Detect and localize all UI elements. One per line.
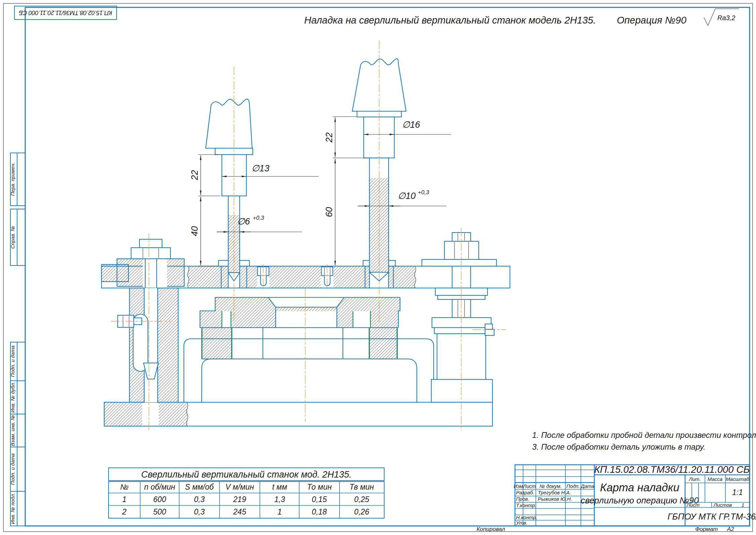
stamp-doc-number: КП.15.02.08.ТМ36/11.20.11.000 СБ xyxy=(19,9,112,16)
margin-label: Подп. и дата xyxy=(10,453,15,485)
svg-text:0,25: 0,25 xyxy=(354,495,369,504)
params-table-title: Сверлильный вертикальный станок мод. 2Н1… xyxy=(141,469,352,480)
tb-col-data: Дата xyxy=(580,483,594,489)
tb-masshtab: Масштаб xyxy=(726,476,750,482)
left-clamp-assembly xyxy=(117,239,184,402)
assembly-drawing xyxy=(102,40,510,431)
col-header: n об/мин xyxy=(144,483,175,491)
col-header: t мм xyxy=(272,483,287,491)
corner-stamp: КП.15.02.08.ТМ36/11.20.11.000 СБ xyxy=(14,6,117,19)
tb-lit: Лит. xyxy=(688,476,701,482)
drawing-header: Наладка на сверлильный вертикальный стан… xyxy=(304,9,739,26)
col-header: № xyxy=(120,483,129,491)
tb-row-nkontr: Н.контр. xyxy=(516,515,538,520)
tb-row-razrab: Разраб. xyxy=(516,490,534,495)
margin-label: Справ. № xyxy=(10,226,15,249)
tb-listov: Листов xyxy=(713,502,732,508)
cutting-params-table: Сверлильный вертикальный станок мод. 2Н1… xyxy=(109,468,384,518)
margin-column: Перв. примен. Справ. № Подп. и дата Инв.… xyxy=(10,153,25,526)
svg-text:1,3: 1,3 xyxy=(274,495,285,504)
dim-left-shank-dia: ∅13 xyxy=(251,163,270,173)
title-block: Изм. Лист № докум. Подп. Дата Разраб. Тр… xyxy=(514,464,756,526)
table-row: 2 500 0,3 245 1 0,18 0,26 xyxy=(122,507,369,516)
tb-doc-title-2: сверлильную операцию №90 xyxy=(581,495,699,505)
dim-right-shank-dia: ∅16 xyxy=(402,120,421,130)
left-drill-tool xyxy=(206,99,253,281)
col-header: То мин xyxy=(307,483,332,491)
tb-row-tkontr: Т.контр. xyxy=(516,502,536,508)
footer-format-value: А2 xyxy=(727,526,734,532)
dim-right-drill-len: 60 xyxy=(324,207,334,217)
tb-col-podp: Подп. xyxy=(566,483,580,489)
tb-name-razrab: Трегубов Н.А. xyxy=(538,490,571,495)
workpiece xyxy=(200,297,400,359)
drawing-sheet: Перв. примен. Справ. № Подп. и дата Инв.… xyxy=(0,0,756,535)
svg-text:0,18: 0,18 xyxy=(312,507,327,516)
svg-text:2: 2 xyxy=(122,507,127,516)
tb-doc-number: КП.15.02.08.ТМ36/11.20.11.000 СБ xyxy=(594,464,750,475)
tb-col-list: Лист xyxy=(523,483,536,489)
svg-text:219: 219 xyxy=(233,495,246,504)
dim-left-drill-tol: +0,3 xyxy=(253,215,264,221)
note-line: 1. После обработки пробной детали произв… xyxy=(532,430,756,440)
svg-text:600: 600 xyxy=(153,495,166,504)
dim-right-drill-tol: +0,3 xyxy=(418,189,429,196)
note-line: 3. После обработки деталь уложить в тару… xyxy=(532,442,706,451)
table-row: 1 600 0,3 219 1,3 0,15 0,25 xyxy=(122,495,369,504)
svg-text:0,15: 0,15 xyxy=(312,495,327,504)
tb-col-doc: № докум. xyxy=(540,483,562,489)
col-header: S мм/об xyxy=(185,483,214,491)
dim-left-drill-len: 40 xyxy=(190,226,200,236)
svg-text:1: 1 xyxy=(278,507,282,516)
svg-text:0,26: 0,26 xyxy=(354,507,369,516)
tb-list: Лист xyxy=(686,502,700,508)
notes: 1. После обработки пробной детали произв… xyxy=(532,430,756,451)
tb-row-utv: Утв. xyxy=(516,520,527,526)
margin-label: Инв. № дубл. xyxy=(10,382,15,413)
roughness-value: Ra3,2 xyxy=(717,14,735,22)
margin-label: Взам. инв. № xyxy=(10,415,15,446)
margin-label: Инв. № подл. xyxy=(10,493,15,524)
svg-text:1: 1 xyxy=(122,495,127,504)
svg-text:0,3: 0,3 xyxy=(194,495,205,504)
dim-right-shank-len: 22 xyxy=(324,132,334,143)
tb-massa: Масса xyxy=(708,476,722,482)
dim-right-drill-dia: ∅10 xyxy=(398,191,416,201)
roughness-icon: Ra3,2 xyxy=(704,9,739,26)
dim-left-drill-dia: ∅6 xyxy=(237,216,250,227)
tb-doc-title-1: Карта наладки xyxy=(600,481,679,494)
tb-row-prov: Пров. xyxy=(516,496,529,502)
tb-scale: 1:1 xyxy=(732,488,743,497)
svg-text:245: 245 xyxy=(233,507,246,516)
footer-copied: Копировал xyxy=(477,526,505,532)
col-header: V м/мин xyxy=(225,483,254,491)
margin-label: Перв. примен. xyxy=(10,162,15,196)
sheet-footer: Копировал Формат А2 xyxy=(477,526,734,532)
svg-text:0,3: 0,3 xyxy=(194,507,205,516)
col-header: Тв мин xyxy=(350,483,374,491)
operation-label: Операция №90 xyxy=(617,15,686,26)
svg-text:500: 500 xyxy=(153,507,166,516)
right-support-assembly xyxy=(422,233,496,379)
footer-format-label: Формат xyxy=(695,526,718,532)
tb-listov-value: 1 xyxy=(742,502,744,508)
page-title: Наладка на сверлильный вертикальный стан… xyxy=(304,15,596,26)
tb-name-prov: Рыжиков Ю.Н. xyxy=(538,496,572,502)
margin-label: Подп. и дата xyxy=(10,345,15,377)
tb-organization: ГБПОУ МТК ГР.ТМ-36/11 xyxy=(668,511,756,522)
dim-left-shank-len: 22 xyxy=(190,170,200,180)
